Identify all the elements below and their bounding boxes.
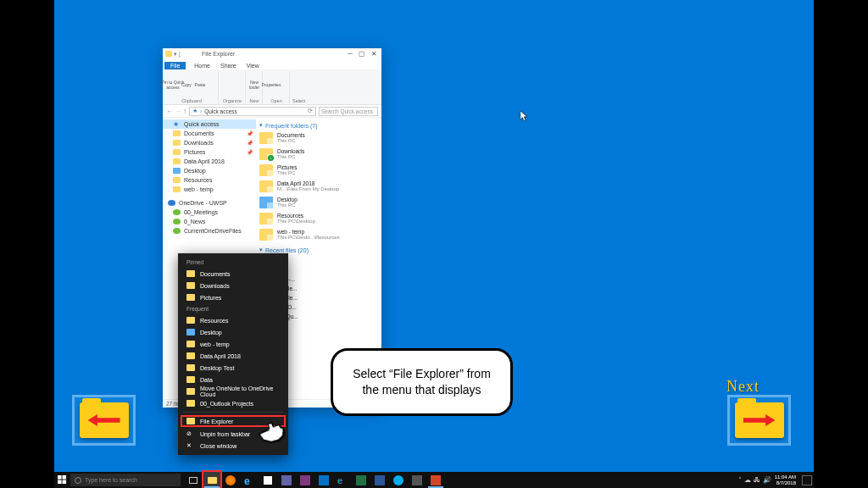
sidebar-odfiles[interactable]: CurrentOneDriveFiles <box>163 226 256 236</box>
taskbar-edge[interactable]: e <box>240 472 259 488</box>
move-icon[interactable] <box>221 77 233 92</box>
store-icon <box>264 476 272 485</box>
folder-icon <box>186 294 195 301</box>
back-button[interactable]: ← <box>166 108 173 115</box>
frequent-folders-head[interactable]: ▾Frequent folders (7) <box>259 122 378 129</box>
tray-volume-icon[interactable]: 🔊 <box>763 476 771 484</box>
frequent-folder[interactable]: DownloadsThis PC <box>259 147 378 161</box>
sidebar-resources[interactable]: Resources <box>163 175 256 185</box>
taskbar-skype[interactable] <box>389 472 408 488</box>
taskbar-store[interactable] <box>259 472 277 488</box>
tray-onedrive-icon[interactable]: ☁ <box>744 476 751 484</box>
jump-item[interactable]: 00_Outlook Projects <box>178 397 288 409</box>
jump-item[interactable]: web - temp <box>178 338 288 350</box>
separator <box>183 412 283 413</box>
tab-share[interactable]: Share <box>219 62 238 69</box>
taskbar-firefox[interactable] <box>221 472 240 488</box>
sidebar-quick-access[interactable]: ★Quick access <box>163 119 256 129</box>
frequent-folder[interactable]: DesktopThis PC <box>259 196 378 209</box>
refresh-icon[interactable]: ⟳ <box>308 108 313 114</box>
next-slide-button[interactable] <box>727 395 791 446</box>
star-icon: ★ <box>173 121 181 127</box>
sidebar-documents[interactable]: Documents📌 <box>163 129 256 138</box>
jump-item[interactable]: Data <box>178 374 288 385</box>
outlook-icon <box>319 475 329 485</box>
sidebar-meetings[interactable]: 00_Meetings <box>163 208 256 217</box>
sidebar-data-2018[interactable]: Data April 2018 <box>163 157 256 166</box>
taskbar-powerpoint[interactable] <box>426 472 445 488</box>
taskbar-search[interactable]: Type here to search <box>70 474 181 486</box>
properties-icon[interactable]: Properties <box>265 77 277 92</box>
frequent-folder[interactable]: PicturesThis PC <box>259 164 378 177</box>
frequent-folder[interactable]: ResourcesThis PC\Desktop <box>259 212 378 225</box>
jump-item[interactable]: Data April 2018 <box>178 350 288 362</box>
jump-item[interactable]: Documents <box>178 268 288 280</box>
task-view-button[interactable] <box>184 472 203 488</box>
frequent-folder[interactable]: Data April 2018M...\Files From My Deskto… <box>259 180 378 193</box>
frequent-folder[interactable]: web - tempThis PC\Deskt...\Resources <box>259 228 378 241</box>
pin-icon[interactable]: Pin to Quick access <box>167 77 179 92</box>
onedrive-icon <box>168 200 175 206</box>
sidebar-downloads[interactable]: Downloads📌 <box>163 138 256 147</box>
taskbar-ie[interactable]: e <box>333 472 352 488</box>
svg-rect-0 <box>58 475 62 480</box>
jump-item[interactable]: Desktop <box>178 326 288 338</box>
callout-line2: the menu that displays <box>345 382 498 398</box>
taskbar-file-explorer[interactable] <box>203 472 221 488</box>
jump-item[interactable]: Move OneNote to OneDrive Cloud <box>178 385 288 397</box>
group-new: New <box>249 97 259 104</box>
prev-slide-button[interactable] <box>72 395 136 446</box>
new-folder-icon[interactable]: New folder <box>248 77 260 92</box>
jump-item[interactable]: Desktop Test <box>178 362 288 374</box>
ie-icon: e <box>337 475 348 485</box>
taskbar-snip[interactable] <box>408 472 426 488</box>
system-tray[interactable]: ˄ ☁ 🖧 🔊 11:04 AM 8/7/2018 <box>738 474 814 485</box>
date: 8/7/2018 <box>775 480 796 486</box>
window-title: File Explorer <box>199 51 345 57</box>
onenote-icon <box>300 475 310 485</box>
action-center-icon[interactable] <box>802 475 812 485</box>
tab-file[interactable]: File <box>164 62 186 69</box>
qat-dropdown[interactable]: ▾ <box>174 51 177 58</box>
titlebar[interactable]: ▾ | File Explorer ─ ▢ ✕ <box>163 48 381 59</box>
group-clipboard: Clipboard <box>181 97 202 104</box>
clock[interactable]: 11:04 AM 8/7/2018 <box>775 474 796 485</box>
taskbar-outlook[interactable] <box>314 472 333 488</box>
start-button[interactable] <box>54 472 70 488</box>
tab-home[interactable]: Home <box>192 62 212 69</box>
paste-icon[interactable]: Paste <box>194 77 206 92</box>
jump-item[interactable]: Pictures <box>178 291 288 303</box>
jump-item[interactable]: Downloads <box>178 280 288 291</box>
unpin-icon: ⊘ <box>186 430 195 437</box>
tray-network-icon[interactable]: 🖧 <box>754 476 760 484</box>
teams-icon <box>281 475 292 485</box>
tab-view[interactable]: View <box>245 62 261 69</box>
recent-files-head[interactable]: ▾Recent files (20) <box>259 247 378 253</box>
taskbar-app[interactable] <box>277 472 296 488</box>
sidebar-onedrive[interactable]: OneDrive - UWSP <box>163 198 256 208</box>
taskbar-word[interactable] <box>370 472 389 488</box>
select-icon[interactable] <box>293 77 305 92</box>
taskbar-onenote[interactable] <box>296 472 314 488</box>
tray-chevron-icon[interactable]: ˄ <box>738 476 742 484</box>
folder-icon <box>173 177 181 183</box>
maximize-button[interactable]: ▢ <box>357 50 367 58</box>
copy-icon[interactable]: Copy <box>181 77 192 92</box>
sidebar-desktop[interactable]: Desktop <box>163 166 256 175</box>
up-button[interactable]: ↑ <box>183 108 186 115</box>
jump-item[interactable]: Resources <box>178 314 288 326</box>
sidebar-pictures[interactable]: Pictures📌 <box>163 147 256 157</box>
search-placeholder: Type here to search <box>85 477 137 483</box>
close-button[interactable]: ✕ <box>369 50 379 58</box>
taskbar-excel[interactable] <box>352 472 370 488</box>
folder-icon <box>186 282 195 289</box>
folder-icon <box>186 352 195 359</box>
address-bar[interactable]: ★ › Quick access ⟳ <box>189 107 316 116</box>
search-input[interactable]: Search Quick access <box>319 107 378 116</box>
frequent-folder[interactable]: DocumentsThis PC <box>259 131 378 145</box>
minimize-button[interactable]: ─ <box>345 50 355 58</box>
word-icon <box>375 475 385 485</box>
instruction-callout: Select “File Explorer” from the menu tha… <box>331 348 513 416</box>
sidebar-news[interactable]: 0_News <box>163 217 256 226</box>
sidebar-webtemp[interactable]: web - temp <box>163 185 256 194</box>
